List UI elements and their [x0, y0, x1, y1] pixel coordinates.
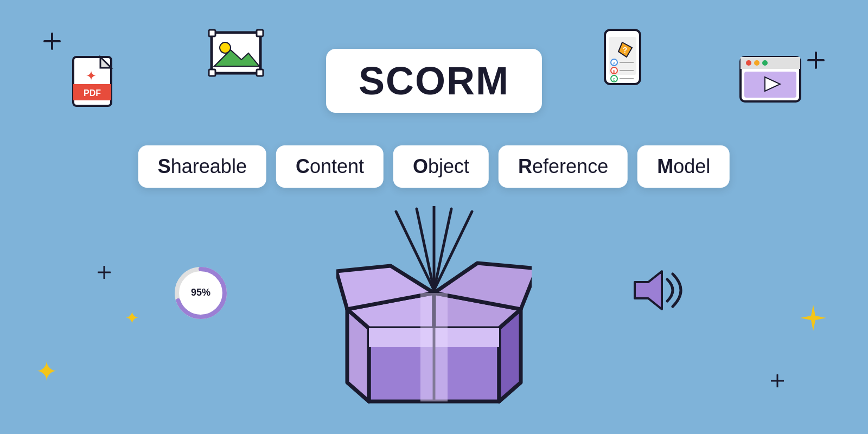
- svg-text:A: A: [613, 61, 616, 65]
- acronym-row: Shareable Content Object Reference Model: [138, 145, 730, 188]
- svg-point-46: [762, 60, 768, 66]
- open-box-icon: [336, 239, 532, 412]
- scorm-title: SCORM: [359, 59, 509, 103]
- video-browser-icon: [738, 54, 803, 108]
- svg-point-45: [754, 60, 760, 66]
- svg-point-44: [746, 60, 751, 66]
- svg-text:C: C: [612, 78, 615, 81]
- progress-circle-icon: 95%: [174, 266, 228, 322]
- svg-text:PDF: PDF: [84, 88, 101, 98]
- pdf-icon: PDF ✦: [71, 54, 119, 116]
- svg-text:?: ?: [623, 46, 628, 54]
- svg-rect-23: [209, 30, 215, 36]
- crosshair-decoration-1: [43, 33, 61, 52]
- svg-text:✦: ✦: [86, 68, 97, 83]
- svg-rect-24: [257, 30, 263, 36]
- svg-text:B: B: [613, 69, 616, 73]
- crosshair-decoration-3: [98, 266, 111, 281]
- svg-text:95%: 95%: [191, 287, 210, 298]
- speaker-icon: [629, 266, 694, 317]
- svg-rect-14: [420, 328, 448, 401]
- svg-marker-15: [420, 293, 448, 328]
- star-decoration-1: ✦: [35, 358, 58, 385]
- star-decoration-2: ✦: [125, 309, 139, 327]
- main-scene: SCORM Shareable Content Object Reference…: [0, 0, 868, 434]
- word-shareable: Shareable: [138, 145, 266, 188]
- word-model: Model: [637, 145, 730, 188]
- word-reference: Reference: [499, 145, 628, 188]
- image-frame-icon: [206, 27, 266, 84]
- svg-rect-21: [212, 33, 260, 73]
- scorm-badge: SCORM: [326, 49, 542, 113]
- word-content: Content: [276, 145, 384, 188]
- svg-rect-25: [209, 69, 215, 76]
- word-object: Object: [393, 145, 489, 188]
- crosshair-decoration-2: [807, 52, 825, 71]
- quiz-phone-icon: ? A B C: [602, 27, 678, 89]
- svg-marker-61: [800, 305, 826, 331]
- crosshair-decoration-4: [771, 374, 784, 390]
- star-decoration-3: [799, 304, 827, 334]
- svg-rect-26: [257, 69, 263, 76]
- svg-marker-52: [635, 271, 662, 309]
